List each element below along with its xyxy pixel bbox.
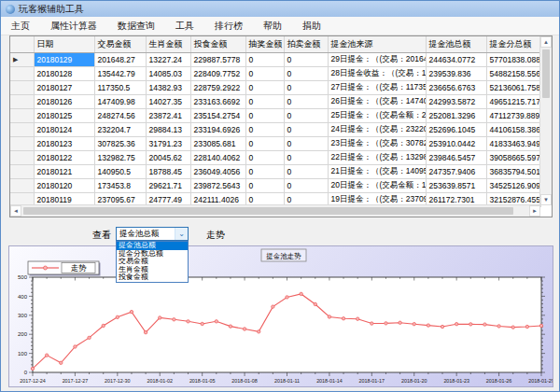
menu-item-7[interactable]: 捐助: [292, 17, 331, 35]
table-cell[interactable]: 41833463.949: [486, 136, 540, 150]
table-row[interactable]: ▶20180129201648.2713227.24229887.5778002…: [10, 52, 540, 66]
table-cell[interactable]: 20045.62: [146, 150, 190, 164]
column-header-5[interactable]: 抽奖金额: [245, 36, 284, 52]
table-cell[interactable]: 0: [245, 178, 284, 192]
table-cell[interactable]: 0: [245, 66, 284, 80]
table-cell[interactable]: 252081.3296: [426, 108, 486, 122]
table-cell[interactable]: 140950.5: [94, 164, 146, 178]
table-cell[interactable]: 34525126.909: [486, 178, 540, 192]
table-cell[interactable]: 248274.56: [94, 108, 146, 122]
table-cell[interactable]: 31791.23: [146, 136, 190, 150]
table-cell[interactable]: 23872.41: [146, 108, 190, 122]
row-header-cell[interactable]: [10, 122, 34, 136]
table-cell[interactable]: 228759.2922: [190, 80, 245, 94]
current-row-marker-icon[interactable]: ▶: [10, 52, 34, 66]
table-cell[interactable]: 0: [245, 136, 284, 150]
column-header-6[interactable]: 拍卖金额: [284, 36, 328, 52]
column-header-7[interactable]: 提金池来源: [328, 36, 426, 52]
vertical-scroll-thumb[interactable]: [542, 49, 550, 98]
table-cell[interactable]: 36835794.501: [486, 164, 540, 178]
table-cell[interactable]: 239846.5457: [426, 150, 486, 164]
table-cell[interactable]: 0: [284, 150, 328, 164]
column-header-9[interactable]: 提金分总额: [486, 36, 540, 52]
column-header-3[interactable]: 生肖金额: [146, 36, 190, 52]
table-cell[interactable]: 0: [245, 52, 284, 66]
row-header-cell[interactable]: [10, 80, 34, 94]
table-cell[interactable]: 0: [284, 136, 328, 150]
table-row[interactable]: 20180125248274.5623872.41235154.27540025…: [10, 108, 540, 122]
scroll-up-button[interactable]: ▲: [540, 36, 552, 48]
table-row[interactable]: 20180122132982.7520045.62228140.40620022…: [10, 150, 540, 164]
vertical-scrollbar[interactable]: ▲ ▼: [539, 36, 552, 205]
table-cell[interactable]: 47112739.889: [486, 108, 540, 122]
data-table[interactable]: 日期交易金额生肖金额投食金额抽奖金额拍卖金额提金池来源提金池总额提金分总额 ▶2…: [10, 36, 541, 207]
table-cell[interactable]: 29621.71: [146, 178, 190, 192]
table-row[interactable]: 20180124232204.729884.13233194.69260024日…: [10, 122, 540, 136]
table-cell[interactable]: 253639.8571: [426, 178, 486, 192]
table-cell[interactable]: 0: [284, 94, 328, 108]
table-cell[interactable]: 239872.5643: [190, 178, 245, 192]
table-cell[interactable]: 252696.1045: [426, 122, 486, 136]
menu-item-1[interactable]: 主页: [1, 17, 40, 35]
title-bar[interactable]: 玩客猴辅助工具: [1, 1, 559, 17]
table-cell[interactable]: 233194.6926: [190, 122, 245, 136]
row-header-cell[interactable]: [10, 94, 34, 108]
dropdown-option-1[interactable]: 提金池总额: [117, 242, 188, 250]
table-cell[interactable]: 23日提金：（(交易：30782...: [328, 136, 426, 150]
table-cell[interactable]: 20180129: [34, 52, 94, 66]
table-cell[interactable]: 0: [284, 108, 328, 122]
table-cell[interactable]: 14027.35: [146, 94, 190, 108]
table-cell[interactable]: 236049.4056: [190, 164, 245, 178]
table-cell[interactable]: 244634.0772: [426, 52, 486, 66]
table-row[interactable]: 20180126147409.9814027.35233163.66920026…: [10, 94, 540, 108]
table-cell[interactable]: 233085.681: [190, 136, 245, 150]
table-cell[interactable]: 14382.93: [146, 80, 190, 94]
column-header-1[interactable]: 日期: [34, 36, 94, 52]
scroll-left-button[interactable]: ◄: [10, 205, 21, 217]
horizontal-scrollbar[interactable]: ◄ ►: [10, 204, 540, 217]
dropdown-option-5[interactable]: 投食金额: [117, 273, 188, 282]
table-cell[interactable]: 29884.13: [146, 122, 190, 136]
table-cell[interactable]: 18788.45: [146, 164, 190, 178]
table-cell[interactable]: 0: [245, 94, 284, 108]
table-row[interactable]: 20180123307825.3631791.23233085.6810023日…: [10, 136, 540, 150]
table-cell[interactable]: 232204.7: [94, 122, 146, 136]
table-cell[interactable]: 20180121: [34, 164, 94, 178]
column-header-8[interactable]: 提金池总额: [426, 36, 486, 52]
horizontal-scroll-thumb[interactable]: [23, 207, 513, 215]
table-cell[interactable]: 0: [245, 108, 284, 122]
table-cell[interactable]: 14085.03: [146, 66, 190, 80]
view-combobox[interactable]: 提金池总额 ⌄: [116, 227, 189, 241]
column-header-4[interactable]: 投食金额: [190, 36, 245, 52]
table-cell[interactable]: 49651215.717: [486, 94, 540, 108]
table-cell[interactable]: 235154.2754: [190, 108, 245, 122]
table-row[interactable]: 20180127117350.514382.93228759.29220027日…: [10, 80, 540, 94]
menu-item-4[interactable]: 工具: [165, 17, 204, 35]
table-cell[interactable]: 27日提金：（(交易：11735...: [328, 80, 426, 94]
table-cell[interactable]: 54882158.556: [486, 66, 540, 80]
table-cell[interactable]: 20180127: [34, 80, 94, 94]
table-cell[interactable]: 52136061.758: [486, 80, 540, 94]
table-cell[interactable]: 20180124: [34, 122, 94, 136]
table-cell[interactable]: 25日提金：（(交易金额：2...: [328, 108, 426, 122]
table-cell[interactable]: 229887.5778: [190, 52, 245, 66]
table-cell[interactable]: 0: [284, 178, 328, 192]
table-cell[interactable]: 20180123: [34, 136, 94, 150]
table-cell[interactable]: 242993.5872: [426, 94, 486, 108]
table-cell[interactable]: 44106158.386: [486, 122, 540, 136]
table-cell[interactable]: 20180126: [34, 94, 94, 108]
row-header-cell[interactable]: [10, 178, 34, 192]
table-cell[interactable]: 20日提金：（(交易金额：1...: [328, 178, 426, 192]
table-cell[interactable]: 29日提金：（(交易：20164...: [328, 52, 426, 66]
chevron-down-icon[interactable]: ⌄: [175, 228, 188, 240]
table-cell[interactable]: 147409.98: [94, 94, 146, 108]
table-cell[interactable]: 21日提金：（(交易：14095...: [328, 164, 426, 178]
table-cell[interactable]: 0: [245, 122, 284, 136]
table-cell[interactable]: 135442.79: [94, 66, 146, 80]
table-cell[interactable]: 253910.0442: [426, 136, 486, 150]
data-grid[interactable]: 日期交易金额生肖金额投食金额抽奖金额拍卖金额提金池来源提金池总额提金分总额 ▶2…: [9, 35, 553, 217]
table-cell[interactable]: 117350.5: [94, 80, 146, 94]
table-cell[interactable]: 132982.75: [94, 150, 146, 164]
row-header-cell[interactable]: [10, 164, 34, 178]
table-cell[interactable]: 228409.7752: [190, 66, 245, 80]
